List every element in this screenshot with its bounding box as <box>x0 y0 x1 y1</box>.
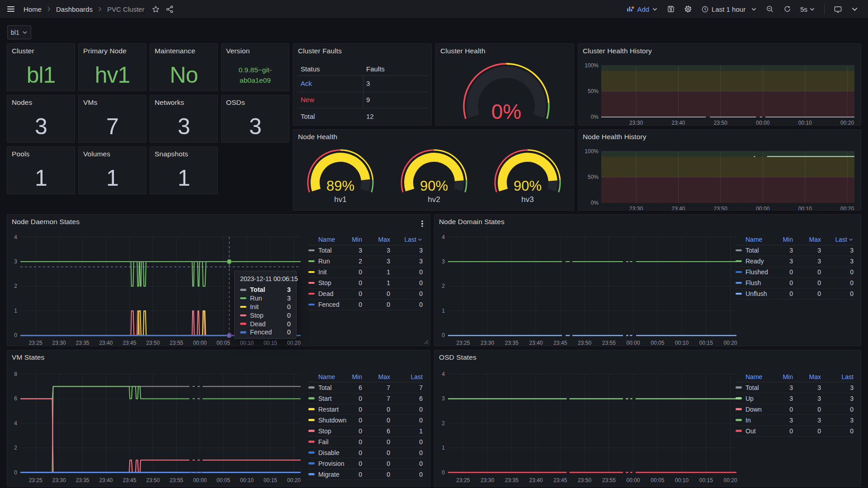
threshold-band <box>601 177 854 203</box>
legend-series-name[interactable]: Run <box>318 258 335 265</box>
series-color-swatch <box>308 451 315 454</box>
series-color-swatch <box>308 282 315 284</box>
topbar-more-button[interactable] <box>848 3 862 15</box>
panel-osd-states: OSD States0123423:2523:3023:3523:4023:45… <box>434 350 861 487</box>
legend-value-min: 0 <box>335 406 362 413</box>
x-axis-label: 23:55 <box>602 477 616 483</box>
legend-series-name[interactable]: Disable <box>318 449 335 456</box>
legend-series-name[interactable]: Dead <box>318 290 335 297</box>
variable-dropdown-cluster[interactable]: bl1 <box>7 25 31 39</box>
breadcrumb-home[interactable]: Home <box>24 5 42 13</box>
legend-series-name[interactable]: Unflush <box>745 290 766 297</box>
legend-series-name[interactable]: Migrate <box>318 471 335 478</box>
x-axis-label: 00:15 <box>264 340 277 346</box>
legend-value-last: 0 <box>390 290 423 297</box>
x-axis-label: 00:00 <box>193 477 207 483</box>
legend-row-flush: Flush000 <box>736 278 854 289</box>
legend-series-name[interactable]: Start <box>318 395 335 402</box>
favorite-dashboard-button[interactable] <box>151 5 160 14</box>
legend-series-name[interactable]: Stop <box>318 279 335 286</box>
legend-series-name[interactable]: Flushed <box>745 268 766 276</box>
x-axis-label: 23:45 <box>553 340 567 346</box>
legend-row-down: Down000 <box>736 404 854 415</box>
threshold-band <box>601 156 854 177</box>
legend-header-last-label: Last <box>411 373 423 380</box>
breadcrumb-dashboards[interactable]: Dashboards <box>56 5 93 13</box>
tooltip-series-value: 0 <box>287 328 291 336</box>
add-panel-button[interactable]: Add <box>623 2 661 16</box>
x-axis-label: 23:50 <box>714 206 727 210</box>
legend-header-min[interactable]: Min <box>335 236 362 243</box>
legend-header-max[interactable]: Max <box>362 373 390 380</box>
legend-header-min[interactable]: Min <box>335 373 362 380</box>
legend-series-swatch <box>308 473 318 475</box>
legend-header-last[interactable]: Last <box>390 373 423 380</box>
kebab-dot <box>421 221 423 222</box>
legend-header-name[interactable]: Name <box>745 373 766 380</box>
legend-series-name[interactable]: In <box>745 417 766 424</box>
legend-series-name[interactable]: Stop <box>318 427 335 435</box>
legend-series-name[interactable]: Shutdown <box>318 417 335 424</box>
x-axis-label: 00:20 <box>287 477 301 483</box>
legend-value-max: 7 <box>362 384 390 391</box>
faults-row-label: New <box>301 95 314 104</box>
legend-series-name[interactable]: Down <box>745 406 766 413</box>
legend-series-name[interactable]: Fail <box>318 438 335 446</box>
legend-header-name[interactable]: Name <box>318 236 335 243</box>
panel-osds: OSDs3 <box>221 95 289 143</box>
legend-header-max[interactable]: Max <box>362 236 390 243</box>
tooltip-series-value: 3 <box>287 295 291 302</box>
y-axis-label: 4 <box>14 420 17 427</box>
legend-series-name[interactable]: Total <box>318 384 335 391</box>
legend-series-name[interactable]: Fenced <box>318 301 335 308</box>
zoom-out-time-button[interactable] <box>762 2 778 16</box>
panel-node-domain-states: Node Domain States0123423:2523:3023:3523… <box>434 214 861 346</box>
stat-value-volumes: 1 <box>79 164 146 192</box>
legend-series-name[interactable]: Flush <box>745 279 766 286</box>
legend-series-name[interactable]: Out <box>745 427 766 435</box>
tooltip-time: 2023-12-11 00:06:15 <box>240 275 291 282</box>
legend-header-last[interactable]: Last <box>821 236 854 243</box>
legend-row-total: Total333 <box>736 382 854 393</box>
legend-value-min: 0 <box>766 427 793 435</box>
panel-menu-kebab[interactable] <box>418 219 426 228</box>
legend-series-name[interactable]: Ready <box>745 258 766 265</box>
legend-value-last: 0 <box>821 406 854 413</box>
panel-cluster-health-history: Cluster Health History0%50%100%23:3023:4… <box>578 43 861 126</box>
legend-series-name[interactable]: Total <box>745 247 766 254</box>
x-axis-label: 00:00 <box>627 340 640 346</box>
x-axis-label: 00:00 <box>627 477 640 483</box>
share-dashboard-button[interactable] <box>165 5 174 14</box>
series-color-swatch <box>308 249 315 252</box>
y-axis-label: 8 <box>14 371 17 377</box>
legend-header-min[interactable]: Min <box>766 236 793 243</box>
legend-series-name[interactable]: Init <box>318 268 335 276</box>
tv-mode-button[interactable] <box>830 2 846 16</box>
legend-series-name[interactable]: Total <box>745 384 766 391</box>
x-axis-label: 23:50 <box>578 340 591 346</box>
series-color-swatch <box>308 386 315 389</box>
legend-series-name[interactable]: Up <box>745 395 766 402</box>
save-dashboard-button[interactable] <box>663 2 679 16</box>
legend-header-name[interactable]: Name <box>318 373 335 380</box>
series-color-swatch <box>308 260 315 263</box>
menu-toggle-button[interactable] <box>6 5 15 14</box>
series-start <box>20 386 189 472</box>
legend-header-min[interactable]: Min <box>766 373 793 380</box>
gauge-value: 90% <box>514 178 542 194</box>
legend-series-name[interactable]: Provision <box>318 460 335 467</box>
legend-header-max[interactable]: Max <box>793 373 821 380</box>
legend-header-max[interactable]: Max <box>793 236 821 243</box>
refresh-interval-picker[interactable]: 5s <box>797 3 819 16</box>
refresh-dashboard-button[interactable] <box>779 2 795 16</box>
time-range-picker[interactable]: Last 1 hour <box>698 3 760 16</box>
x-axis-label: 23:45 <box>123 340 136 346</box>
legend-series-name[interactable]: Restart <box>318 406 335 413</box>
dashboard-settings-button[interactable] <box>680 2 696 16</box>
legend-header-last[interactable]: Last <box>821 373 854 380</box>
legend-header-last[interactable]: Last <box>390 236 423 243</box>
legend-header-name[interactable]: Name <box>745 236 766 243</box>
legend-series-name[interactable]: Total <box>318 247 335 254</box>
x-axis-label: 23:30 <box>481 340 494 346</box>
x-axis-label: 23:40 <box>529 340 543 346</box>
